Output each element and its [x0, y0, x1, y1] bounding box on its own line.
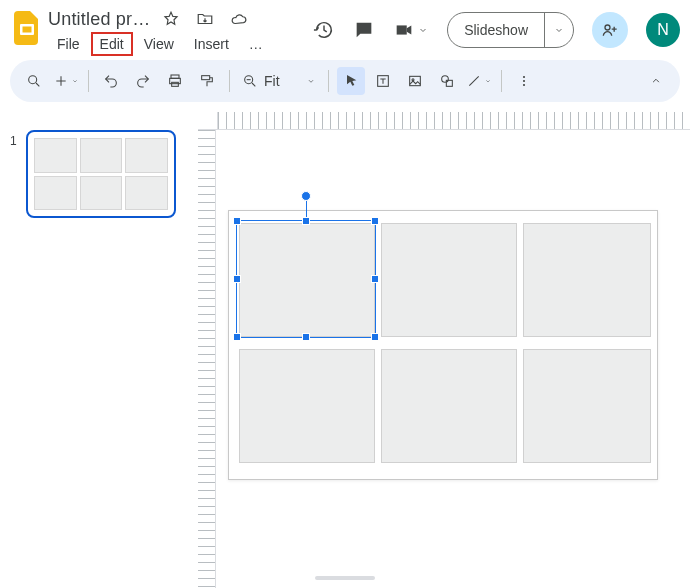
ruler-vertical: [198, 130, 216, 588]
redo-icon: [135, 73, 151, 89]
bottom-indicator: [315, 576, 375, 580]
slideshow-label: Slideshow: [448, 22, 544, 38]
zoom-label: Fit: [264, 73, 300, 89]
menu-bar: File Edit View Insert …: [48, 30, 272, 56]
slides-logo[interactable]: [10, 6, 44, 50]
text-box-tool[interactable]: [369, 67, 397, 95]
chevron-down-icon: [484, 77, 492, 85]
menu-insert[interactable]: Insert: [185, 32, 238, 56]
zoom-control[interactable]: Fit: [238, 73, 320, 89]
undo-button[interactable]: [97, 67, 125, 95]
shape-cell-2[interactable]: [381, 223, 517, 337]
svg-point-14: [522, 76, 524, 78]
menu-file[interactable]: File: [48, 32, 89, 56]
plus-icon: [53, 73, 69, 89]
svg-point-15: [522, 80, 524, 82]
image-icon: [407, 73, 423, 89]
shape-icon: [439, 73, 455, 89]
svg-rect-1: [23, 27, 32, 33]
chevron-down-icon: [417, 24, 429, 36]
ruler-corner: [198, 112, 218, 130]
comment-icon[interactable]: [353, 19, 375, 41]
image-tool[interactable]: [401, 67, 429, 95]
menu-view[interactable]: View: [135, 32, 183, 56]
menu-edit[interactable]: Edit: [91, 32, 133, 56]
video-call-button[interactable]: [393, 19, 429, 41]
search-icon: [26, 73, 42, 89]
slideshow-dropdown[interactable]: [544, 13, 573, 47]
shape-cell-6[interactable]: [523, 349, 651, 463]
toolbar: Fit: [10, 60, 680, 102]
account-avatar[interactable]: N: [646, 13, 680, 47]
line-tool[interactable]: [465, 67, 493, 95]
collapse-toolbar[interactable]: [642, 67, 670, 95]
svg-point-12: [441, 76, 448, 83]
shape-cell-4[interactable]: [239, 349, 375, 463]
svg-point-16: [522, 84, 524, 86]
paint-format-icon: [199, 73, 215, 89]
print-icon: [167, 73, 183, 89]
text-box-icon: [375, 73, 391, 89]
more-vertical-icon: [516, 73, 532, 89]
history-icon[interactable]: [313, 19, 335, 41]
move-to-folder-icon[interactable]: [194, 8, 216, 30]
share-icon: [600, 20, 620, 40]
svg-point-3: [29, 76, 37, 84]
chevron-down-icon: [306, 76, 316, 86]
zoom-icon: [242, 73, 258, 89]
share-button[interactable]: [592, 12, 628, 48]
search-button[interactable]: [20, 67, 48, 95]
star-icon[interactable]: [160, 8, 182, 30]
slide[interactable]: [228, 210, 658, 480]
print-button[interactable]: [161, 67, 189, 95]
filmstrip: 1: [0, 112, 198, 588]
rotate-handle[interactable]: [301, 191, 311, 201]
undo-icon: [103, 73, 119, 89]
document-title[interactable]: Untitled pr…: [48, 9, 150, 30]
slide-number: 1: [10, 130, 20, 570]
line-icon: [466, 73, 482, 89]
workspace: 1: [0, 112, 690, 588]
select-tool[interactable]: [337, 67, 365, 95]
slideshow-button[interactable]: Slideshow: [447, 12, 574, 48]
slide-thumbnail-1[interactable]: [26, 130, 176, 218]
svg-rect-10: [409, 76, 420, 85]
cursor-icon: [343, 73, 359, 89]
ruler-horizontal: [218, 112, 690, 130]
shape-cell-3[interactable]: [523, 223, 651, 337]
menu-more[interactable]: …: [240, 32, 272, 56]
shape-cell-1[interactable]: [239, 223, 375, 337]
more-tools[interactable]: [510, 67, 538, 95]
cloud-saved-icon[interactable]: [228, 8, 250, 30]
svg-rect-6: [172, 82, 179, 86]
svg-point-2: [605, 25, 610, 30]
new-slide-button[interactable]: [52, 67, 80, 95]
chevron-down-icon: [71, 77, 79, 85]
chevron-up-icon: [649, 74, 663, 88]
paint-format-button[interactable]: [193, 67, 221, 95]
canvas[interactable]: [198, 112, 690, 588]
svg-rect-7: [202, 76, 210, 80]
shape-cell-5[interactable]: [381, 349, 517, 463]
redo-button[interactable]: [129, 67, 157, 95]
header: Untitled pr… File Edit View Insert …: [0, 0, 690, 56]
shape-tool[interactable]: [433, 67, 461, 95]
chevron-down-icon: [553, 24, 565, 36]
